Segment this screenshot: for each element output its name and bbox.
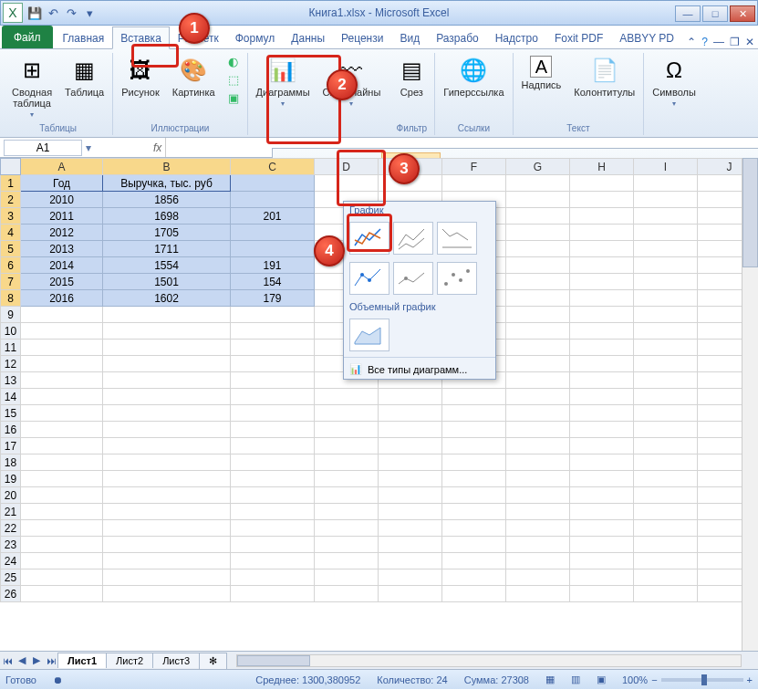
cell-C8[interactable]: 179 — [231, 290, 315, 307]
line-chart-type-5[interactable] — [393, 262, 433, 295]
row-header-18[interactable]: 18 — [1, 454, 21, 471]
workbook-close-icon[interactable]: ✕ — [745, 36, 754, 48]
cell-C5[interactable] — [231, 241, 315, 257]
row-header-1[interactable]: 1 — [1, 175, 21, 192]
cell-A8[interactable]: 2016 — [21, 290, 103, 307]
view-normal-icon[interactable]: ▦ — [545, 674, 555, 685]
textbox-button[interactable]: A Надпись — [519, 53, 565, 93]
zoom-control[interactable]: 100% − + — [622, 674, 753, 685]
cell-C1[interactable] — [231, 175, 315, 192]
tab-review[interactable]: Рецензи — [333, 26, 391, 48]
row-header-12[interactable]: 12 — [1, 356, 21, 372]
row-header-5[interactable]: 5 — [1, 241, 21, 257]
vertical-scrollbar[interactable] — [742, 158, 758, 651]
help-icon[interactable]: ? — [701, 36, 708, 48]
zoom-slider[interactable] — [661, 678, 743, 682]
cell-A7[interactable]: 2015 — [21, 274, 103, 290]
col-header-H[interactable]: H — [570, 159, 634, 175]
row-header-22[interactable]: 22 — [1, 520, 21, 537]
cell-A4[interactable]: 2012 — [21, 225, 103, 241]
tab-view[interactable]: Вид — [391, 26, 428, 48]
cell-C6[interactable]: 191 — [231, 257, 315, 274]
macro-record-icon[interactable]: ⏺ — [53, 674, 63, 685]
row-header-6[interactable]: 6 — [1, 257, 21, 274]
sheet-nav-next[interactable]: ▶ — [29, 654, 44, 666]
sheet-nav-prev[interactable]: ◀ — [15, 654, 29, 666]
line-chart-3d-type[interactable] — [349, 319, 389, 351]
cell-A2[interactable]: 2010 — [21, 192, 103, 208]
sheet-nav-first[interactable]: ⏮ — [0, 655, 15, 666]
line-chart-type-4[interactable] — [349, 262, 389, 295]
picture-button[interactable]: 🖼 Рисунок — [119, 53, 162, 100]
workbook-minimize-icon[interactable]: — — [713, 36, 724, 48]
clipart-button[interactable]: 🎨 Картинка — [170, 53, 218, 100]
row-header-3[interactable]: 3 — [1, 208, 21, 225]
view-pagelayout-icon[interactable]: ▥ — [571, 674, 580, 685]
cell-C3[interactable]: 201 — [231, 208, 315, 225]
col-header-F[interactable]: F — [442, 159, 506, 175]
cell-B1[interactable]: Выручка, тыс. руб — [103, 175, 231, 192]
close-button[interactable]: ✕ — [730, 5, 755, 22]
all-chart-types-item[interactable]: 📊 Все типы диаграмм... — [344, 360, 495, 379]
save-icon[interactable]: 💾 — [26, 5, 43, 21]
new-sheet-button[interactable]: ✻ — [199, 653, 227, 669]
tab-foxit[interactable]: Foxit PDF — [546, 26, 611, 48]
line-chart-type-2[interactable] — [393, 222, 433, 255]
row-header-8[interactable]: 8 — [1, 290, 21, 307]
row-header-13[interactable]: 13 — [1, 372, 21, 389]
tab-insert[interactable]: Вставка — [112, 26, 170, 49]
col-header-B[interactable]: B — [103, 159, 231, 175]
line-chart-type-3[interactable] — [437, 222, 477, 255]
minimize-button[interactable]: — — [675, 5, 701, 22]
tab-formulas[interactable]: Формул — [227, 26, 284, 48]
smartart-icon[interactable]: ⬚ — [225, 71, 242, 88]
row-header-17[interactable]: 17 — [1, 438, 21, 454]
row-header-14[interactable]: 14 — [1, 389, 21, 405]
header-footer-button[interactable]: 📄 Колонтитулы — [571, 53, 638, 100]
row-header-10[interactable]: 10 — [1, 323, 21, 340]
name-box[interactable] — [4, 140, 82, 156]
zoom-level[interactable]: 100% — [622, 674, 648, 685]
row-header-2[interactable]: 2 — [1, 192, 21, 208]
col-header-D[interactable]: D — [315, 159, 379, 175]
col-header-G[interactable]: G — [506, 159, 570, 175]
tab-home[interactable]: Главная — [55, 26, 113, 48]
screenshot-icon[interactable]: ▣ — [225, 89, 242, 106]
slicer-button[interactable]: ▤ Срез — [394, 53, 429, 100]
cell-B7[interactable]: 1501 — [103, 274, 231, 290]
tab-addins[interactable]: Надстро — [487, 26, 546, 48]
row-header-23[interactable]: 23 — [1, 537, 21, 553]
tab-abbyy[interactable]: ABBYY PD — [611, 26, 682, 48]
table-button[interactable]: ▦ Таблица — [62, 53, 107, 100]
tab-file[interactable]: Файл — [2, 26, 53, 48]
row-header-15[interactable]: 15 — [1, 405, 21, 422]
system-menu-icon[interactable]: X — [3, 3, 23, 23]
select-all-corner[interactable] — [1, 159, 21, 175]
redo-icon[interactable]: ↷ — [63, 5, 79, 21]
col-header-I[interactable]: I — [634, 159, 698, 175]
row-header-16[interactable]: 16 — [1, 422, 21, 438]
cell-B2[interactable]: 1856 — [103, 192, 231, 208]
workbook-restore-icon[interactable]: ❐ — [730, 36, 740, 48]
cell-A1[interactable]: Год — [21, 175, 103, 192]
row-header-19[interactable]: 19 — [1, 471, 21, 487]
row-header-24[interactable]: 24 — [1, 553, 21, 569]
horizontal-scrollbar[interactable] — [236, 654, 742, 667]
sheet-nav-last[interactable]: ⏭ — [44, 655, 58, 666]
row-header-20[interactable]: 20 — [1, 487, 21, 504]
tab-developer[interactable]: Разрабо — [428, 26, 487, 48]
name-box-dropdown-icon[interactable]: ▾ — [86, 141, 91, 154]
pivot-table-button[interactable]: ⊞ Сводная таблица ▾ — [9, 53, 55, 121]
symbols-button[interactable]: Ω Символы ▾ — [649, 53, 699, 110]
row-header-11[interactable]: 11 — [1, 340, 21, 356]
row-header-9[interactable]: 9 — [1, 307, 21, 323]
cell-A5[interactable]: 2013 — [21, 241, 103, 257]
row-header-21[interactable]: 21 — [1, 504, 21, 520]
sheet-tab-2[interactable]: Лист2 — [106, 653, 153, 668]
fx-icon[interactable]: fx — [153, 141, 161, 154]
cell-A3[interactable]: 2011 — [21, 208, 103, 225]
cell-C7[interactable]: 154 — [231, 274, 315, 290]
sheet-tab-1[interactable]: Лист1 — [57, 653, 107, 668]
row-header-7[interactable]: 7 — [1, 274, 21, 290]
view-pagebreak-icon[interactable]: ▣ — [597, 674, 606, 685]
